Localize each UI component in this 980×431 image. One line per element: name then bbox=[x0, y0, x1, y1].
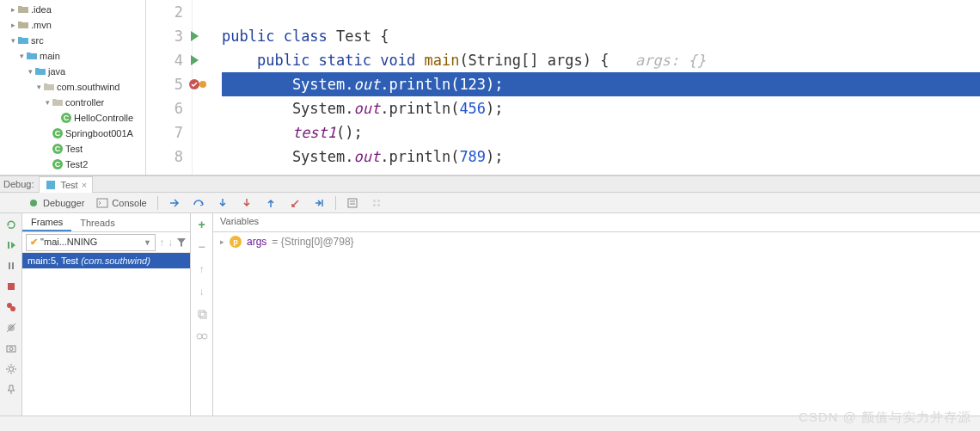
tree-item[interactable]: ▾controller bbox=[0, 95, 145, 110]
down-button[interactable]: ↓ bbox=[194, 284, 210, 299]
line-number[interactable]: 4 bbox=[146, 48, 183, 72]
source-folder-icon bbox=[34, 65, 46, 77]
up-button[interactable]: ↑ bbox=[194, 262, 210, 277]
code-editor[interactable]: 2345678 public class Test { public stati… bbox=[146, 0, 980, 175]
settings-button[interactable] bbox=[3, 361, 19, 377]
rerun-button[interactable] bbox=[3, 217, 19, 232]
tree-item[interactable]: CHelloControlle bbox=[0, 110, 145, 126]
variables-panel: Variables ▸ p args = {String[0]@798} bbox=[213, 213, 980, 416]
tree-item[interactable]: ▾com.southwind bbox=[0, 79, 145, 95]
stack-frame-row[interactable]: main:5, Test (com.southwind) bbox=[22, 253, 190, 268]
copy-icon bbox=[197, 309, 207, 319]
tree-item[interactable]: CTest3 bbox=[0, 172, 145, 175]
thread-selector[interactable]: ✔ "mai...NNING ▼ bbox=[26, 234, 156, 251]
tree-item[interactable]: CTest bbox=[0, 141, 145, 157]
line-number[interactable]: 2 bbox=[146, 0, 183, 24]
svg-point-16 bbox=[10, 306, 15, 311]
code-line[interactable]: test1(); bbox=[222, 120, 980, 145]
tree-label: Springboot001A bbox=[65, 128, 133, 139]
line-number[interactable]: 8 bbox=[146, 145, 183, 169]
tree-item[interactable]: ▸.idea bbox=[0, 2, 145, 17]
force-step-into-icon bbox=[241, 197, 253, 209]
get-thread-dump-button[interactable] bbox=[3, 341, 19, 356]
camera-icon bbox=[5, 342, 17, 354]
drop-frame-button[interactable] bbox=[284, 195, 306, 211]
resume-button[interactable] bbox=[3, 237, 19, 253]
close-icon[interactable]: × bbox=[82, 180, 87, 190]
threads-tab[interactable]: Threads bbox=[71, 215, 123, 231]
run-to-cursor-icon bbox=[313, 197, 325, 209]
pause-button[interactable] bbox=[3, 258, 19, 274]
class-icon: C bbox=[52, 127, 64, 139]
line-number[interactable]: 6 bbox=[146, 96, 183, 120]
variable-name: args bbox=[247, 236, 266, 248]
svg-rect-9 bbox=[373, 204, 376, 206]
step-over-icon bbox=[193, 197, 205, 209]
mute-breakpoints-button[interactable] bbox=[3, 320, 19, 336]
tree-item[interactable]: CTest2 bbox=[0, 157, 145, 172]
show-execution-point-button[interactable] bbox=[163, 195, 186, 211]
debug-label: Debug: bbox=[3, 179, 34, 189]
tree-arrow-icon: ▾ bbox=[34, 83, 43, 91]
tree-label: .idea bbox=[31, 4, 52, 15]
svg-point-20 bbox=[9, 348, 13, 351]
evaluate-expression-button[interactable] bbox=[341, 195, 364, 211]
stop-button[interactable] bbox=[3, 279, 19, 294]
tree-item[interactable]: ▾java bbox=[0, 64, 145, 79]
tree-label: com.southwind bbox=[57, 82, 119, 92]
filter-button[interactable] bbox=[176, 237, 187, 248]
step-into-button[interactable] bbox=[211, 195, 234, 211]
code-line[interactable] bbox=[222, 0, 980, 24]
prev-frame-button[interactable]: ↑ bbox=[159, 237, 164, 249]
show-watches-button[interactable] bbox=[194, 329, 210, 344]
debug-left-toolbar bbox=[0, 213, 22, 416]
console-tab[interactable]: Console bbox=[91, 195, 151, 211]
tree-item[interactable]: ▾src bbox=[0, 33, 145, 48]
debugger-tab[interactable]: Debugger bbox=[22, 195, 89, 211]
tree-item[interactable]: ▸.mvn bbox=[0, 17, 145, 33]
remove-watch-button[interactable]: − bbox=[194, 239, 210, 255]
trace-button[interactable] bbox=[365, 195, 388, 211]
view-breakpoints-button[interactable] bbox=[3, 299, 19, 315]
calculator-icon bbox=[346, 197, 358, 209]
folder-icon bbox=[17, 3, 29, 15]
run-to-cursor-button[interactable] bbox=[308, 195, 330, 211]
svg-rect-7 bbox=[373, 200, 376, 202]
project-tree[interactable]: ▸.idea▸.mvn▾src▾main▾java▾com.southwind▾… bbox=[0, 0, 146, 175]
next-frame-button[interactable]: ↓ bbox=[168, 237, 173, 249]
code-line[interactable]: public class Test { bbox=[222, 24, 980, 48]
svg-rect-23 bbox=[200, 312, 206, 318]
tree-item[interactable]: ▾main bbox=[0, 48, 145, 64]
force-step-into-button[interactable] bbox=[236, 195, 258, 211]
svg-rect-3 bbox=[97, 199, 107, 207]
tree-label: controller bbox=[65, 97, 104, 108]
variable-row[interactable]: ▸ p args = {String[0]@798} bbox=[213, 232, 980, 251]
copy-button[interactable] bbox=[194, 306, 210, 322]
stop-icon bbox=[5, 280, 17, 292]
code-line[interactable]: System.out.println(123); bbox=[222, 72, 980, 96]
svg-point-24 bbox=[197, 334, 202, 339]
svg-rect-14 bbox=[8, 283, 15, 290]
debug-tool-window-header[interactable]: Debug: Test × bbox=[0, 175, 980, 193]
tree-label: Test2 bbox=[65, 159, 88, 169]
tree-label: HelloControlle bbox=[74, 113, 133, 123]
frames-tab[interactable]: Frames bbox=[22, 214, 71, 231]
add-watch-button[interactable]: + bbox=[194, 217, 210, 232]
debug-run-tab[interactable]: Test × bbox=[39, 176, 93, 193]
code-line[interactable]: System.out.println(456); bbox=[222, 96, 980, 120]
svg-rect-13 bbox=[12, 262, 14, 269]
line-number[interactable]: 7 bbox=[146, 120, 183, 145]
line-number[interactable]: 3 bbox=[146, 24, 183, 48]
variables-header: Variables bbox=[213, 213, 980, 232]
frames-panel: Frames Threads ✔ "mai...NNING ▼ ↑ ↓ main… bbox=[22, 213, 191, 416]
step-out-icon bbox=[265, 197, 277, 209]
tree-item[interactable]: CSpringboot001A bbox=[0, 126, 145, 141]
step-out-button[interactable] bbox=[260, 195, 282, 211]
tree-arrow-icon: ▸ bbox=[9, 21, 17, 29]
code-line[interactable]: public static void main(String[] args) {… bbox=[222, 48, 980, 72]
pin-button[interactable] bbox=[3, 382, 19, 397]
svg-rect-4 bbox=[348, 199, 357, 207]
code-line[interactable]: System.out.println(789); bbox=[222, 145, 980, 169]
step-over-button[interactable] bbox=[187, 195, 210, 211]
line-number[interactable]: 5 bbox=[146, 72, 183, 96]
